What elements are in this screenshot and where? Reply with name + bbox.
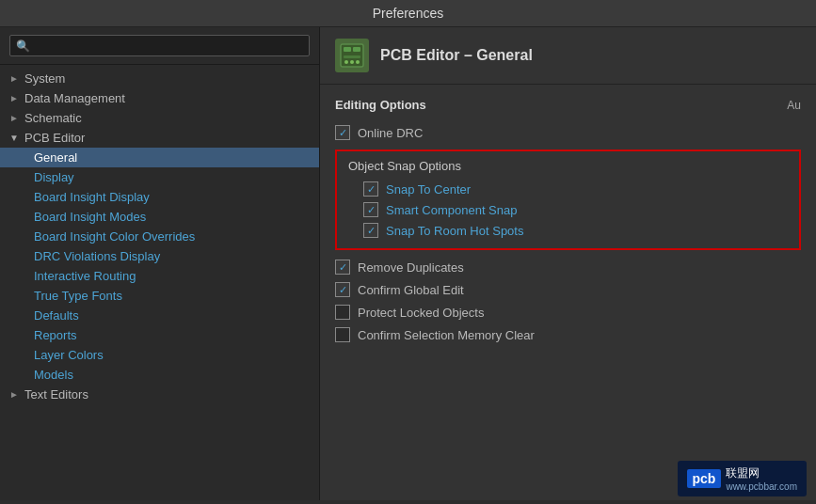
arrow-icon: ▼ <box>9 133 24 143</box>
tree: ► System ► Data Management ► Schematic ▼… <box>0 65 319 500</box>
option-confirm-selection-memory-clear: Confirm Selection Memory Clear <box>335 323 801 346</box>
option-label-snap-to-center: Snap To Center <box>386 182 471 197</box>
svg-rect-1 <box>344 47 351 52</box>
checkbox-remove-duplicates[interactable]: ✓ <box>335 260 350 275</box>
option-protect-locked-objects: Protect Locked Objects <box>335 301 801 323</box>
sidebar-child-label: Display <box>34 170 74 184</box>
sidebar-child-label: General <box>34 150 77 165</box>
checkbox-protect-locked-objects[interactable] <box>335 305 350 320</box>
option-online-drc: ✓ Online DRC <box>335 121 801 144</box>
option-confirm-global-edit: ✓ Confirm Global Edit <box>335 278 801 301</box>
sidebar-child-label: Board Insight Modes <box>34 210 146 224</box>
option-snap-to-center: ✓ Snap To Center <box>348 179 788 199</box>
sidebar-child-label: DRC Violations Display <box>34 249 160 263</box>
search-bar: 🔍 <box>0 27 319 65</box>
section-header: Editing Options Au <box>335 98 801 112</box>
sidebar-item-schematic[interactable]: ► Schematic <box>0 108 319 128</box>
arrow-icon: ► <box>9 113 24 123</box>
watermark-pcb-label: pcb <box>687 469 722 488</box>
search-input[interactable] <box>34 39 303 53</box>
sidebar: 🔍 ► System ► Data Management ► Schematic <box>0 27 320 500</box>
arrow-icon: ► <box>9 389 24 400</box>
sidebar-item-board-insight-color-overrides[interactable]: Board Insight Color Overrides <box>0 227 319 246</box>
option-label-online-drc: Online DRC <box>358 126 423 140</box>
option-label-remove-duplicates: Remove Duplicates <box>358 260 464 275</box>
checkbox-snap-to-center[interactable]: ✓ <box>363 181 378 197</box>
pcb-editor-icon <box>335 39 369 72</box>
content-panel: PCB Editor – General Editing Options Au … <box>320 27 816 500</box>
option-snap-to-room-hot-spots: ✓ Snap To Room Hot Spots <box>348 220 788 241</box>
checkbox-snap-to-room-hot-spots[interactable]: ✓ <box>363 223 378 238</box>
option-label-confirm-selection-memory-clear: Confirm Selection Memory Clear <box>358 328 535 342</box>
watermark-union-label: 联盟网 <box>726 465 797 481</box>
sidebar-child-label: Models <box>34 368 73 382</box>
svg-rect-2 <box>353 47 360 52</box>
watermark-text-block: 联盟网 www.pcbbar.com <box>726 465 797 492</box>
sidebar-item-reports[interactable]: Reports <box>0 325 319 345</box>
title-label: Preferences <box>373 6 443 21</box>
svg-rect-3 <box>344 55 360 58</box>
option-remove-duplicates: ✓ Remove Duplicates <box>335 256 801 278</box>
content-header: PCB Editor – General <box>320 27 816 85</box>
content-title: PCB Editor – General <box>380 47 533 64</box>
checkbox-smart-component-snap[interactable]: ✓ <box>363 202 378 217</box>
option-label-protect-locked-objects: Protect Locked Objects <box>358 306 484 320</box>
arrow-icon: ► <box>9 73 24 84</box>
sidebar-item-label: System <box>24 71 65 86</box>
sidebar-item-defaults[interactable]: Defaults <box>0 306 319 325</box>
sidebar-item-label: Schematic <box>24 111 82 125</box>
option-label-confirm-global-edit: Confirm Global Edit <box>358 283 464 297</box>
option-smart-component-snap: ✓ Smart Component Snap <box>348 199 788 220</box>
section-title: Editing Options <box>335 98 426 112</box>
sidebar-item-display[interactable]: Display <box>0 167 319 187</box>
sidebar-child-label: Defaults <box>34 308 79 323</box>
sidebar-item-interactive-routing[interactable]: Interactive Routing <box>0 266 319 286</box>
option-label-snap-to-room-hot-spots: Snap To Room Hot Spots <box>386 224 523 238</box>
sidebar-child-label: Board Insight Display <box>34 190 150 204</box>
search-icon: 🔍 <box>16 39 30 53</box>
sidebar-child-label: Reports <box>34 328 77 342</box>
sidebar-item-label: Text Editors <box>24 387 88 402</box>
sidebar-item-models[interactable]: Models <box>0 365 319 385</box>
title-bar: Preferences <box>0 0 816 27</box>
checkbox-confirm-global-edit[interactable]: ✓ <box>335 282 350 297</box>
sidebar-item-label: PCB Editor <box>24 131 85 145</box>
svg-point-6 <box>356 60 360 64</box>
sidebar-item-system[interactable]: ► System <box>0 69 319 88</box>
sidebar-item-data-management[interactable]: ► Data Management <box>0 88 319 108</box>
sidebar-child-label: Layer Colors <box>34 348 104 362</box>
sidebar-child-label: True Type Fonts <box>34 289 122 303</box>
checkbox-online-drc[interactable]: ✓ <box>335 125 350 140</box>
option-label-smart-component-snap: Smart Component Snap <box>386 203 517 217</box>
checkbox-confirm-selection-memory-clear[interactable] <box>335 327 350 342</box>
svg-point-4 <box>344 60 348 64</box>
sidebar-item-board-insight-modes[interactable]: Board Insight Modes <box>0 207 319 227</box>
sidebar-item-board-insight-display[interactable]: Board Insight Display <box>0 187 319 207</box>
section-label-right: Au <box>787 99 801 112</box>
watermark-url: www.pcbbar.com <box>726 481 797 492</box>
sidebar-item-label: Data Management <box>24 91 125 105</box>
snap-options-title: Object Snap Options <box>348 159 788 173</box>
sidebar-item-layer-colors[interactable]: Layer Colors <box>0 345 319 365</box>
sidebar-child-label: Board Insight Color Overrides <box>34 229 195 244</box>
svg-point-5 <box>350 60 354 64</box>
snap-options-box: Object Snap Options ✓ Snap To Center ✓ S… <box>335 150 801 250</box>
search-input-wrap[interactable]: 🔍 <box>9 35 310 56</box>
content-body: Editing Options Au ✓ Online DRC Object S… <box>320 85 816 500</box>
sidebar-child-label: Interactive Routing <box>34 269 136 283</box>
sidebar-item-text-editors[interactable]: ► Text Editors <box>0 385 319 404</box>
watermark: pcb 联盟网 www.pcbbar.com <box>678 461 807 496</box>
sidebar-item-drc-violations-display[interactable]: DRC Violations Display <box>0 246 319 266</box>
sidebar-item-general[interactable]: General <box>0 148 319 167</box>
sidebar-item-pcb-editor[interactable]: ▼ PCB Editor <box>0 128 319 148</box>
sidebar-item-true-type-fonts[interactable]: True Type Fonts <box>0 286 319 306</box>
arrow-icon: ► <box>9 93 24 103</box>
